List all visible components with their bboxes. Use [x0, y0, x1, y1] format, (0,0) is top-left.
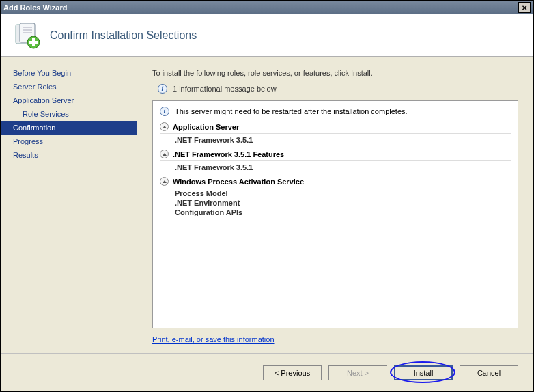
sidebar-item-results[interactable]: Results: [1, 148, 137, 162]
body: Before You Begin Server Roles Applicatio…: [1, 57, 533, 353]
selection-item: Configuration APIs: [160, 208, 511, 217]
window-title: Add Roles Wizard: [3, 3, 518, 12]
section-wpas[interactable]: Windows Process Activation Service: [160, 175, 511, 188]
section-title: Application Server: [173, 123, 239, 131]
titlebar: Add Roles Wizard ✕: [1, 1, 533, 14]
selections-box: i This server might need to be restarted…: [152, 100, 518, 328]
section-net-framework-features[interactable]: .NET Framework 3.5.1 Features: [160, 148, 511, 161]
next-button: Next >: [328, 365, 387, 380]
selection-item: .NET Environment: [160, 198, 511, 208]
sidebar-item-server-roles[interactable]: Server Roles: [1, 80, 137, 94]
info-summary-row: i 1 informational message below: [152, 84, 518, 94]
print-save-link[interactable]: Print, e-mail, or save this information: [152, 335, 518, 344]
wizard-window: Add Roles Wizard ✕ Confirm Installation …: [0, 0, 534, 392]
sidebar-item-application-server[interactable]: Application Server: [1, 94, 137, 107]
selection-item: .NET Framework 3.5.1: [160, 134, 511, 146]
section-title: Windows Process Activation Service: [173, 178, 304, 186]
collapse-icon[interactable]: [160, 122, 169, 131]
footer: < Previous Next > Install Cancel: [1, 353, 533, 391]
close-button[interactable]: ✕: [518, 2, 531, 13]
sidebar-item-role-services[interactable]: Role Services: [1, 107, 137, 121]
collapse-icon[interactable]: [160, 150, 169, 158]
sidebar-item-progress[interactable]: Progress: [1, 135, 137, 148]
sidebar: Before You Begin Server Roles Applicatio…: [1, 57, 137, 353]
restart-message: This server might need to be restarted a…: [175, 107, 408, 115]
svg-rect-7: [29, 41, 38, 44]
intro-text: To install the following roles, role ser…: [152, 69, 518, 77]
wizard-icon: [13, 22, 40, 49]
section-application-server[interactable]: Application Server: [160, 120, 511, 134]
page-title: Confirm Installation Selections: [50, 29, 197, 42]
collapse-icon[interactable]: [160, 177, 169, 186]
install-button[interactable]: Install: [394, 365, 453, 380]
info-icon: i: [160, 107, 169, 116]
main-panel: To install the following roles, role ser…: [137, 57, 533, 353]
info-summary-text: 1 informational message below: [173, 85, 277, 93]
sidebar-item-confirmation[interactable]: Confirmation: [1, 121, 137, 135]
info-icon: i: [158, 84, 167, 94]
cancel-button[interactable]: Cancel: [460, 365, 518, 380]
section-title: .NET Framework 3.5.1 Features: [173, 150, 284, 158]
restart-info-row: i This server might need to be restarted…: [160, 107, 511, 116]
sidebar-item-before-you-begin[interactable]: Before You Begin: [1, 66, 137, 80]
selection-item: Process Model: [160, 188, 511, 198]
previous-button[interactable]: < Previous: [263, 365, 322, 380]
header: Confirm Installation Selections: [1, 14, 533, 57]
selection-item: .NET Framework 3.5.1: [160, 161, 511, 173]
